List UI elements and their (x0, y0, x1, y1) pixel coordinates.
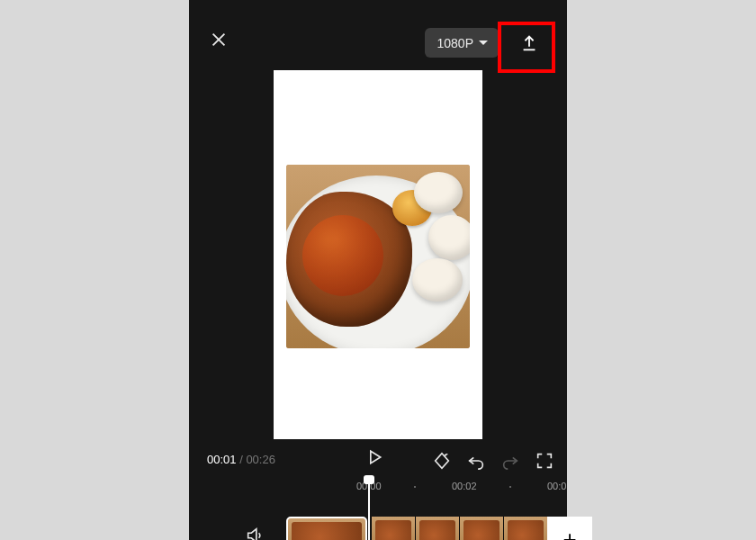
keyframe-button[interactable] (432, 451, 452, 471)
add-clip-button[interactable]: + (547, 517, 592, 540)
speaker-icon (245, 526, 265, 540)
export-icon (519, 33, 539, 53)
timecode-current: 00:01 (207, 453, 237, 466)
selected-clip[interactable] (286, 517, 367, 540)
chevron-down-icon (479, 40, 488, 45)
playhead[interactable] (368, 481, 370, 540)
right-controls (432, 451, 554, 471)
resolution-button[interactable]: 1080P (425, 28, 499, 58)
clip-thumbnail[interactable] (459, 517, 503, 540)
playback-controls: 00:01 / 00:26 (189, 448, 567, 475)
undo-button[interactable] (466, 451, 486, 471)
ruler-dot (414, 486, 416, 488)
fullscreen-icon (535, 451, 554, 471)
fullscreen-button[interactable] (535, 451, 554, 471)
timecode: 00:01 / 00:26 (207, 453, 275, 466)
timecode-separator: / (237, 453, 247, 466)
clip-thumbnails[interactable]: + (371, 517, 592, 540)
timeline-ruler[interactable]: 00:00 00:02 00:0 (189, 481, 567, 499)
ruler-tick: 00:02 (452, 481, 477, 491)
video-preview[interactable] (274, 70, 482, 439)
play-icon (365, 448, 383, 466)
top-bar: 1080P (189, 22, 567, 66)
resolution-label: 1080P (437, 36, 473, 50)
timecode-duration: 00:26 (246, 453, 275, 466)
clip-thumbnail[interactable] (415, 517, 459, 540)
redo-button[interactable] (500, 451, 520, 471)
mute-button[interactable] (245, 526, 266, 540)
export-button[interactable] (514, 28, 544, 58)
clip-thumbnail[interactable] (503, 517, 547, 540)
clip-thumbnail[interactable] (371, 517, 415, 540)
ruler-tick: 00:0 (547, 481, 566, 491)
preview-frame-image (286, 165, 470, 348)
undo-icon (466, 451, 486, 471)
timeline-track[interactable]: + (189, 500, 567, 540)
ruler-dot (509, 486, 511, 488)
editor-screen: 1080P 00:01 / 00:26 (189, 0, 567, 540)
close-button[interactable] (209, 30, 238, 58)
keyframe-icon (432, 451, 452, 471)
play-button[interactable] (365, 448, 391, 473)
close-icon (209, 30, 229, 50)
redo-icon (500, 451, 520, 471)
